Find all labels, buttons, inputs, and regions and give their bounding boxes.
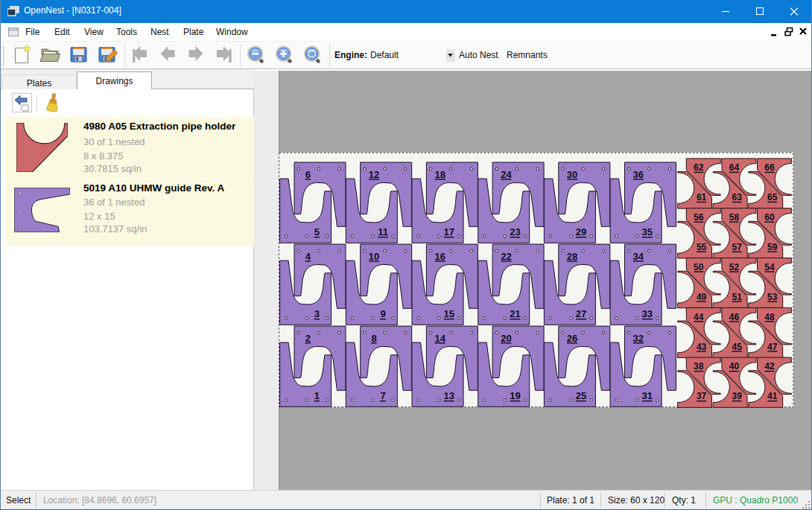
svg-text:49: 49 [697,292,707,302]
svg-text:46: 46 [729,312,740,322]
svg-text:59: 59 [767,242,778,252]
svg-text:56: 56 [694,212,704,223]
svg-text:52: 52 [729,262,740,272]
svg-text:12: 12 [369,169,379,180]
svg-text:26: 26 [567,333,577,344]
svg-text:5: 5 [314,226,320,238]
svg-text:39: 39 [732,391,743,401]
svg-text:34: 34 [633,251,644,262]
svg-text:64: 64 [729,162,740,173]
svg-text:55: 55 [697,242,707,252]
svg-text:18: 18 [434,169,445,180]
svg-text:63: 63 [732,192,743,203]
svg-text:38: 38 [694,361,704,372]
svg-text:20: 20 [501,333,511,344]
svg-text:40: 40 [729,361,740,372]
svg-text:4: 4 [305,251,311,262]
svg-text:29: 29 [576,226,586,238]
svg-text:23: 23 [510,226,520,238]
svg-text:61: 61 [697,192,707,203]
svg-text:21: 21 [510,308,520,319]
svg-text:41: 41 [767,391,778,401]
svg-text:62: 62 [694,162,704,173]
svg-text:57: 57 [732,242,743,252]
svg-text:13: 13 [443,390,454,401]
svg-text:43: 43 [697,342,707,352]
svg-text:1: 1 [314,390,320,401]
svg-text:66: 66 [764,162,775,173]
svg-text:14: 14 [434,333,445,344]
svg-text:9: 9 [380,308,385,319]
svg-text:11: 11 [378,226,388,238]
svg-text:60: 60 [764,212,775,223]
svg-text:25: 25 [576,390,586,401]
svg-text:47: 47 [767,342,778,352]
svg-text:45: 45 [732,342,743,352]
svg-text:32: 32 [633,333,644,344]
svg-text:7: 7 [380,390,385,401]
svg-text:36: 36 [633,169,644,180]
svg-text:54: 54 [764,262,775,272]
svg-text:53: 53 [767,292,778,302]
svg-text:15: 15 [443,308,454,319]
svg-text:10: 10 [369,251,379,262]
svg-text:58: 58 [729,212,740,223]
svg-text:6: 6 [305,169,311,180]
svg-text:31: 31 [642,390,653,401]
svg-text:30: 30 [567,169,577,180]
svg-text:17: 17 [443,226,454,238]
svg-text:44: 44 [694,312,704,322]
svg-text:65: 65 [767,192,778,203]
svg-text:16: 16 [434,251,445,262]
svg-text:27: 27 [576,308,586,319]
svg-text:22: 22 [501,251,511,262]
svg-text:33: 33 [642,308,653,319]
svg-text:8: 8 [371,333,376,344]
svg-text:24: 24 [501,169,512,180]
svg-text:35: 35 [642,226,653,238]
svg-text:3: 3 [314,308,320,319]
svg-text:48: 48 [764,312,775,322]
svg-text:2: 2 [305,333,311,344]
svg-text:19: 19 [510,390,520,401]
svg-text:51: 51 [732,292,743,302]
svg-text:28: 28 [567,251,577,262]
svg-text:42: 42 [764,361,775,372]
svg-text:50: 50 [694,262,704,272]
svg-text:37: 37 [697,391,707,401]
